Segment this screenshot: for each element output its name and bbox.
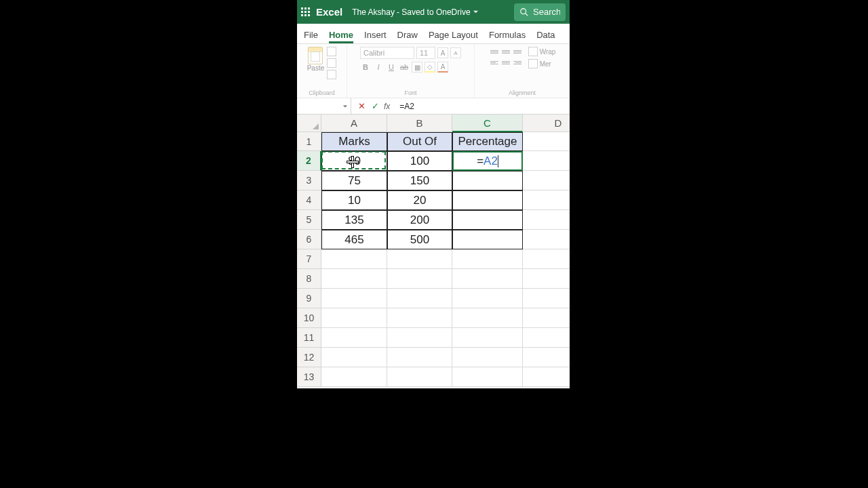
cell-A4[interactable]: 10 xyxy=(321,190,387,210)
document-title[interactable]: The Akshay - Saved to OneDrive xyxy=(352,7,478,17)
row-header-12[interactable]: 12 xyxy=(297,348,321,367)
app-launcher-icon[interactable] xyxy=(301,7,311,17)
accept-formula-button[interactable]: ✓ xyxy=(370,102,380,111)
spreadsheet-grid[interactable]: A B C D 12345678910111213 MarksOut OfPer… xyxy=(297,115,570,388)
cell-D5[interactable] xyxy=(523,210,570,230)
shrink-font-button[interactable]: A xyxy=(450,47,461,58)
font-color-button[interactable]: A xyxy=(437,62,448,73)
tab-file[interactable]: File xyxy=(298,26,323,43)
cell-A12[interactable] xyxy=(321,348,387,367)
align-buttons[interactable] xyxy=(489,47,523,67)
row-header-11[interactable]: 11 xyxy=(297,328,321,348)
col-header-B[interactable]: B xyxy=(387,115,452,132)
cell-A9[interactable] xyxy=(321,289,387,308)
name-box[interactable] xyxy=(297,98,351,114)
row-header-2[interactable]: 2 xyxy=(297,151,321,171)
row-header-10[interactable]: 10 xyxy=(297,308,321,328)
cell-C2[interactable]: =A2 xyxy=(452,151,523,171)
cell-B4[interactable]: 20 xyxy=(387,190,452,210)
font-family-combo[interactable]: Calibri xyxy=(360,47,414,59)
cell-C1[interactable]: Percentage xyxy=(452,132,523,151)
cell-D10[interactable] xyxy=(523,308,570,328)
cell-A10[interactable] xyxy=(321,308,387,328)
cell-D8[interactable] xyxy=(523,269,570,289)
cell-B13[interactable] xyxy=(387,367,452,387)
cell-D11[interactable] xyxy=(523,328,570,348)
col-header-D[interactable]: D xyxy=(523,115,570,132)
tab-draw[interactable]: Draw xyxy=(392,26,423,43)
tab-formulas[interactable]: Formulas xyxy=(484,26,531,43)
wrap-text-button[interactable]: Wrap xyxy=(528,47,556,56)
paste-button[interactable]: Paste xyxy=(307,47,325,79)
cell-B9[interactable] xyxy=(387,289,452,308)
tab-data[interactable]: Data xyxy=(531,26,560,43)
cell-B11[interactable] xyxy=(387,328,452,348)
col-header-C[interactable]: C xyxy=(452,115,523,132)
cell-A8[interactable] xyxy=(321,269,387,289)
cell-B2[interactable]: 100 xyxy=(387,151,452,171)
fx-icon[interactable]: fx xyxy=(384,102,390,111)
cell-B10[interactable] xyxy=(387,308,452,328)
cell-C11[interactable] xyxy=(452,328,523,348)
row-header-7[interactable]: 7 xyxy=(297,249,321,269)
cell-A5[interactable]: 135 xyxy=(321,210,387,230)
cell-D2[interactable] xyxy=(523,151,570,171)
merge-button[interactable]: Mer xyxy=(528,59,556,68)
cell-A11[interactable] xyxy=(321,328,387,348)
cell-A2[interactable]: 80 xyxy=(321,151,387,171)
cell-D6[interactable] xyxy=(523,230,570,249)
cell-B5[interactable]: 200 xyxy=(387,210,452,230)
cell-B12[interactable] xyxy=(387,348,452,367)
cell-C8[interactable] xyxy=(452,269,523,289)
cell-C7[interactable] xyxy=(452,249,523,269)
cell-B3[interactable]: 150 xyxy=(387,171,452,190)
row-header-5[interactable]: 5 xyxy=(297,210,321,230)
row-header-4[interactable]: 4 xyxy=(297,190,321,210)
search-input[interactable] xyxy=(533,7,560,17)
cell-A13[interactable] xyxy=(321,367,387,387)
cell-A3[interactable]: 75 xyxy=(321,171,387,190)
cell-B1[interactable]: Out Of xyxy=(387,132,452,151)
cell-A6[interactable]: 465 xyxy=(321,230,387,249)
bold-button[interactable]: B xyxy=(360,62,371,73)
search-box[interactable] xyxy=(514,3,566,21)
row-header-3[interactable]: 3 xyxy=(297,171,321,190)
cell-B6[interactable]: 500 xyxy=(387,230,452,249)
italic-button[interactable]: I xyxy=(373,62,384,73)
grow-font-button[interactable]: A xyxy=(437,47,448,58)
font-size-combo[interactable]: 11 xyxy=(416,47,435,59)
cell-D12[interactable] xyxy=(523,348,570,367)
strike-button[interactable]: ab xyxy=(399,62,410,73)
tab-page-layout[interactable]: Page Layout xyxy=(423,26,484,43)
cut-icon[interactable] xyxy=(327,47,336,56)
cell-C12[interactable] xyxy=(452,348,523,367)
row-header-8[interactable]: 8 xyxy=(297,269,321,289)
cell-C13[interactable] xyxy=(452,367,523,387)
fill-color-button[interactable]: ◇ xyxy=(425,62,435,73)
cell-D4[interactable] xyxy=(523,190,570,210)
tab-insert[interactable]: Insert xyxy=(359,26,392,43)
row-header-13[interactable]: 13 xyxy=(297,367,321,387)
border-button[interactable]: ▦ xyxy=(412,62,422,73)
row-header-9[interactable]: 9 xyxy=(297,289,321,308)
cell-B8[interactable] xyxy=(387,269,452,289)
cell-D1[interactable] xyxy=(523,132,570,151)
cell-C9[interactable] xyxy=(452,289,523,308)
cell-B7[interactable] xyxy=(387,249,452,269)
formula-input[interactable]: =A2 xyxy=(395,102,570,111)
cell-A7[interactable] xyxy=(321,249,387,269)
cell-D9[interactable] xyxy=(523,289,570,308)
row-header-1[interactable]: 1 xyxy=(297,132,321,151)
tab-home[interactable]: Home xyxy=(323,26,359,43)
select-all-corner[interactable] xyxy=(297,115,321,132)
cell-C6[interactable] xyxy=(452,230,523,249)
cell-D3[interactable] xyxy=(523,171,570,190)
cell-D13[interactable] xyxy=(523,367,570,387)
col-header-A[interactable]: A xyxy=(321,115,387,132)
cell-C5[interactable] xyxy=(452,210,523,230)
copy-icon[interactable] xyxy=(327,58,336,68)
row-header-6[interactable]: 6 xyxy=(297,230,321,249)
cell-C10[interactable] xyxy=(452,308,523,328)
underline-button[interactable]: U xyxy=(386,62,397,73)
cell-D7[interactable] xyxy=(523,249,570,269)
